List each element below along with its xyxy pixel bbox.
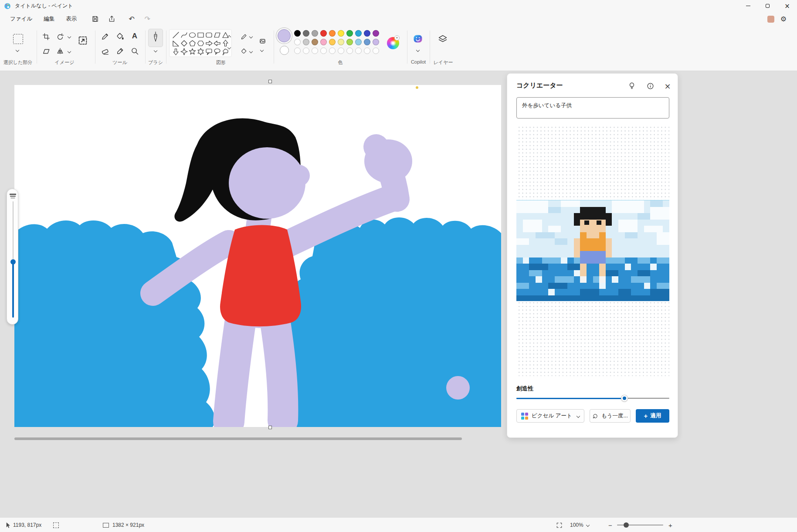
shape-line-icon[interactable] <box>173 32 179 38</box>
share-button[interactable] <box>105 14 118 25</box>
color-swatch[interactable] <box>320 30 327 37</box>
color-swatch[interactable] <box>329 39 336 45</box>
flip-dropdown-chevron-icon[interactable] <box>68 50 71 53</box>
brushes-dropdown-chevron-icon[interactable] <box>154 49 157 52</box>
shape-style-chevron-icon[interactable] <box>260 48 264 52</box>
color-swatch[interactable] <box>338 39 344 45</box>
prompt-input[interactable]: 外を歩いている子供 <box>516 97 669 119</box>
shape-rounded-rectangle-icon[interactable] <box>206 33 212 37</box>
style-dropdown[interactable]: ピクセル アート <box>516 409 584 423</box>
menu-file[interactable]: ファイル <box>4 13 38 25</box>
eraser-tool-button[interactable] <box>98 44 112 58</box>
shape-right-triangle-icon[interactable] <box>173 41 179 46</box>
layers-button[interactable] <box>436 32 450 46</box>
color1-button[interactable] <box>278 29 291 42</box>
magnifier-tool-button[interactable] <box>128 44 141 58</box>
creativity-slider-thumb[interactable] <box>621 395 627 401</box>
color-swatch[interactable] <box>303 39 309 45</box>
color-swatch[interactable] <box>329 30 336 37</box>
color-swatch[interactable] <box>338 30 344 37</box>
menu-edit[interactable]: 編集 <box>38 13 60 25</box>
shape-callout-oval-icon[interactable] <box>214 49 220 54</box>
color-swatch[interactable] <box>346 30 353 37</box>
brushes-button[interactable] <box>148 29 163 47</box>
retry-button[interactable]: もう一度... <box>590 409 631 423</box>
color-swatch[interactable] <box>294 39 301 45</box>
redo-button[interactable]: ↷ <box>141 14 154 25</box>
shape-fill-dropdown[interactable] <box>237 45 255 58</box>
horizontal-scrollbar[interactable] <box>14 437 462 440</box>
zoom-in-button[interactable]: + <box>668 518 672 532</box>
skew-button[interactable] <box>40 45 52 58</box>
empty-color-slot[interactable] <box>329 47 336 54</box>
shape-arrow-down-icon[interactable] <box>173 49 178 55</box>
selection-dropdown-chevron-icon[interactable] <box>16 48 19 52</box>
color-swatch[interactable] <box>303 30 309 37</box>
shape-hexagon-icon[interactable] <box>198 41 204 46</box>
empty-color-slot[interactable] <box>346 47 353 54</box>
empty-color-slot[interactable] <box>294 47 301 54</box>
color-swatch[interactable] <box>364 30 370 37</box>
shape-curve-icon[interactable] <box>181 33 187 37</box>
resize-button[interactable] <box>75 33 91 48</box>
empty-color-slot[interactable] <box>355 47 362 54</box>
color-swatch[interactable] <box>373 30 379 37</box>
shape-star6-icon[interactable] <box>198 48 203 55</box>
shape-callout-rounded-icon[interactable] <box>206 49 212 55</box>
shape-style-button[interactable] <box>256 35 268 47</box>
canvas-resize-handle-top[interactable] <box>268 80 272 83</box>
color-swatch[interactable] <box>312 30 318 37</box>
empty-color-slot[interactable] <box>364 47 370 54</box>
shape-star5-icon[interactable] <box>190 49 196 54</box>
empty-color-slot[interactable] <box>373 47 379 54</box>
empty-color-slot[interactable] <box>320 47 327 54</box>
pencil-tool-button[interactable] <box>98 30 112 43</box>
drawing-canvas[interactable] <box>14 85 501 427</box>
zoom-out-button[interactable]: − <box>608 518 612 532</box>
fit-to-screen-button[interactable] <box>556 518 563 532</box>
rotate-dropdown-chevron-icon[interactable] <box>68 35 71 38</box>
fill-tool-button[interactable] <box>113 30 126 43</box>
minimize-button[interactable] <box>738 0 758 12</box>
shape-rectangle-icon[interactable] <box>198 33 203 37</box>
shape-star4-icon[interactable] <box>181 48 187 55</box>
info-button[interactable] <box>645 81 655 91</box>
maximize-button[interactable] <box>758 0 777 12</box>
shape-pentagon-icon[interactable] <box>190 41 195 46</box>
color-swatch[interactable] <box>355 39 362 45</box>
color-swatch[interactable] <box>346 39 353 45</box>
shape-callout-cloud-icon[interactable] <box>223 49 228 55</box>
shape-arrow-up-icon[interactable] <box>223 40 228 46</box>
undo-button[interactable]: ↶ <box>125 14 138 25</box>
copilot-button[interactable] <box>411 32 424 45</box>
save-button[interactable] <box>88 14 102 25</box>
eyedropper-tool-button[interactable] <box>113 44 126 58</box>
apply-button[interactable]: + 適用 <box>636 409 669 423</box>
close-panel-button[interactable]: × <box>662 81 673 91</box>
size-slider-thumb[interactable] <box>10 259 16 264</box>
account-badge[interactable] <box>767 16 774 23</box>
shape-outline-dropdown[interactable] <box>237 30 255 43</box>
shape-arrow-left-icon[interactable] <box>214 41 220 46</box>
shape-rhomboid-icon[interactable] <box>214 33 220 37</box>
shape-ellipse-icon[interactable] <box>190 33 196 37</box>
close-button[interactable]: × <box>777 0 797 12</box>
rotate-button[interactable] <box>54 30 66 43</box>
empty-color-slot[interactable] <box>312 47 318 54</box>
color2-button[interactable] <box>280 46 289 55</box>
shape-arrow-right-icon[interactable] <box>206 41 212 46</box>
flip-button[interactable] <box>54 45 66 58</box>
generated-image-preview[interactable] <box>516 200 669 301</box>
zoom-slider-thumb[interactable] <box>624 522 629 528</box>
ideas-button[interactable] <box>627 81 637 91</box>
canvas-resize-handle-bottom[interactable] <box>268 426 272 429</box>
empty-color-slot[interactable] <box>303 47 309 54</box>
text-tool-button[interactable]: A <box>128 30 141 43</box>
menu-view[interactable]: 表示 <box>60 13 82 25</box>
color-swatch[interactable] <box>312 39 318 45</box>
selection-tool-button[interactable] <box>10 31 25 46</box>
color-swatch[interactable] <box>364 39 370 45</box>
zoom-dropdown[interactable]: 100% <box>570 518 589 532</box>
color-swatch[interactable] <box>373 39 379 45</box>
crop-button[interactable] <box>40 30 52 43</box>
